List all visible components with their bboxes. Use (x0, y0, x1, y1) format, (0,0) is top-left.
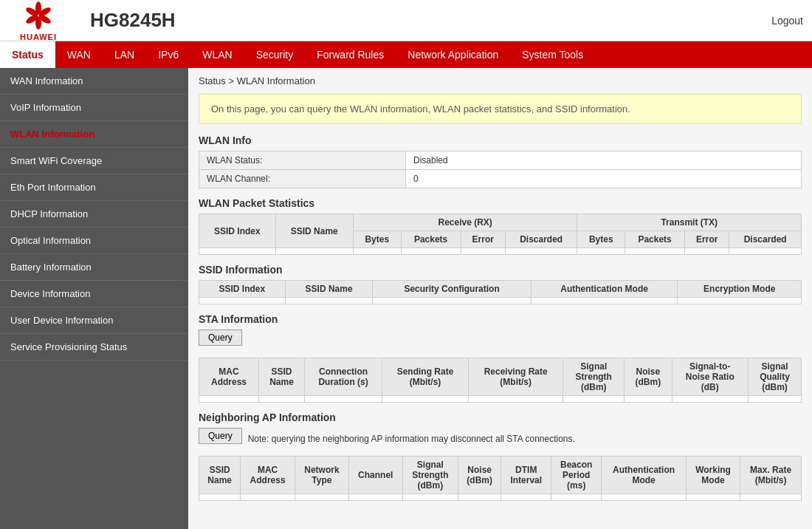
ssid-info-title: SSID Information (199, 264, 802, 276)
content-area: Status > WLAN Information On this page, … (188, 68, 812, 529)
col-security-config: Security Configuration (373, 281, 531, 298)
col-ssid-name: SSIDName (199, 457, 241, 494)
header: HUAWEI HG8245H Logout (0, 0, 812, 41)
sidebar-item-battery-information[interactable]: Battery Information (0, 254, 188, 281)
col-noise: Noise(dBm) (458, 457, 501, 494)
neighboring-ap-table: SSIDName MACAddress NetworkType Channel … (199, 456, 802, 501)
sidebar-item-eth-port-information[interactable]: Eth Port Information (0, 174, 188, 201)
table-row: WLAN Status: Disabled (199, 151, 802, 170)
col-rx-bytes: Bytes (353, 231, 401, 248)
col-transmit-tx: Transmit (TX) (577, 214, 802, 231)
sidebar-item-smart-wifi-coverage[interactable]: Smart WiFi Coverage (0, 148, 188, 174)
sidebar: WAN Information VoIP Information WLAN In… (0, 68, 188, 529)
table-row (199, 396, 802, 403)
col-receive-rx: Receive (RX) (353, 214, 577, 231)
table-row (199, 298, 802, 304)
sidebar-item-service-provisioning-status[interactable]: Service Provisioning Status (0, 334, 188, 361)
wlan-info-title: WLAN Info (199, 134, 802, 146)
col-connection-duration: ConnectionDuration (s) (305, 358, 382, 396)
nav-item-status[interactable]: Status (0, 41, 55, 68)
col-mac-address: MACAddress (241, 457, 295, 494)
logo-text: HUAWEI (20, 33, 57, 41)
col-dtim-interval: DTIMInterval (501, 457, 551, 494)
wlan-info-table: WLAN Status: Disabled WLAN Channel: 0 (199, 151, 802, 188)
col-signal-strength: SignalStrength(dBm) (563, 358, 625, 396)
col-working-mode: WorkingMode (686, 457, 740, 494)
sta-query-button[interactable]: Query (199, 330, 242, 346)
col-signal-strength: SignalStrength(dBm) (402, 457, 458, 494)
wlan-packet-stats-table: SSID Index SSID Name Receive (RX) Transm… (199, 214, 802, 255)
col-ssid-name: SSIDName (259, 358, 305, 396)
col-ssid-name: SSID Name (285, 281, 373, 298)
nav-item-system-tools[interactable]: System Tools (510, 41, 595, 68)
nav-item-network-application[interactable]: Network Application (396, 41, 510, 68)
neighboring-ap-note: Note: querying the neighboring AP inform… (248, 434, 575, 444)
nav-item-forward-rules[interactable]: Forward Rules (305, 41, 396, 68)
neighboring-ap-query-button[interactable]: Query (199, 428, 242, 444)
huawei-logo-icon (21, 0, 56, 31)
sidebar-item-device-information[interactable]: Device Information (0, 281, 188, 307)
logout-button[interactable]: Logout (771, 15, 803, 27)
nav-item-wan[interactable]: WAN (55, 41, 103, 68)
col-snr: Signal-to-Noise Ratio(dB) (672, 358, 748, 396)
col-rx-discarded: Discarded (505, 231, 577, 248)
sidebar-item-optical-information[interactable]: Optical Information (0, 228, 188, 254)
col-ssid-index: SSID Index (199, 214, 276, 248)
nav-bar: Status WAN LAN IPv6 WLAN Security Forwar… (0, 41, 812, 68)
table-row (199, 248, 802, 255)
wlan-channel-label: WLAN Channel: (199, 170, 406, 188)
col-sending-rate: Sending Rate(Mbit/s) (382, 358, 469, 396)
breadcrumb: Status > WLAN Information (199, 75, 802, 86)
col-tx-packets: Packets (625, 231, 685, 248)
sidebar-item-voip-information[interactable]: VoIP Information (0, 95, 188, 121)
nav-item-lan[interactable]: LAN (103, 41, 146, 68)
col-tx-error: Error (685, 231, 729, 248)
logo-area: HUAWEI (9, 0, 68, 41)
col-tx-discarded: Discarded (729, 231, 802, 248)
col-noise: Noise(dBm) (625, 358, 672, 396)
sidebar-item-user-device-information[interactable]: User Device Information (0, 307, 188, 334)
sidebar-item-dhcp-information[interactable]: DHCP Information (0, 201, 188, 228)
neighboring-ap-title: Neighboring AP Information (199, 412, 802, 423)
table-row: WLAN Channel: 0 (199, 170, 802, 188)
product-name: HG8245H (90, 9, 771, 32)
col-signal-quality: SignalQuality(dBm) (749, 358, 802, 396)
col-channel: Channel (348, 457, 402, 494)
wlan-status-label: WLAN Status: (199, 151, 406, 170)
table-header-row: MACAddress SSIDName ConnectionDuration (… (199, 358, 802, 396)
col-ssid-name: SSID Name (275, 214, 353, 248)
sidebar-item-wlan-information[interactable]: WLAN Information (0, 121, 188, 148)
sidebar-item-wan-information[interactable]: WAN Information (0, 68, 188, 95)
col-auth-mode: Authentication Mode (531, 281, 678, 298)
table-row (199, 494, 802, 501)
sta-info-table: MACAddress SSIDName ConnectionDuration (… (199, 358, 802, 403)
ssid-info-table: SSID Index SSID Name Security Configurat… (199, 280, 802, 304)
col-rx-error: Error (461, 231, 505, 248)
col-receiving-rate: Receiving Rate(Mbit/s) (468, 358, 562, 396)
table-header-row: SSIDName MACAddress NetworkType Channel … (199, 457, 802, 494)
col-encryption-mode: Encryption Mode (678, 281, 802, 298)
wlan-channel-value: 0 (406, 170, 802, 188)
col-tx-bytes: Bytes (577, 231, 625, 248)
wlan-status-value: Disabled (406, 151, 802, 170)
col-network-type: NetworkType (295, 457, 348, 494)
col-mac-address: MACAddress (199, 358, 259, 396)
table-header-row-1: SSID Index SSID Name Receive (RX) Transm… (199, 214, 802, 231)
info-box: On this page, you can query the WLAN inf… (199, 94, 802, 124)
sta-info-title: STA Information (199, 313, 802, 325)
main-layout: WAN Information VoIP Information WLAN In… (0, 68, 812, 529)
table-header-row: SSID Index SSID Name Security Configurat… (199, 281, 802, 298)
col-max-rate: Max. Rate(Mbit/s) (740, 457, 802, 494)
nav-item-wlan[interactable]: WLAN (190, 41, 244, 68)
wlan-packet-stats-title: WLAN Packet Statistics (199, 197, 802, 209)
col-ssid-index: SSID Index (199, 281, 286, 298)
col-beacon-period: BeaconPeriod(ms) (551, 457, 602, 494)
nav-item-security[interactable]: Security (244, 41, 306, 68)
col-auth-mode: AuthenticationMode (602, 457, 686, 494)
col-rx-packets: Packets (401, 231, 461, 248)
nav-item-ipv6[interactable]: IPv6 (146, 41, 190, 68)
